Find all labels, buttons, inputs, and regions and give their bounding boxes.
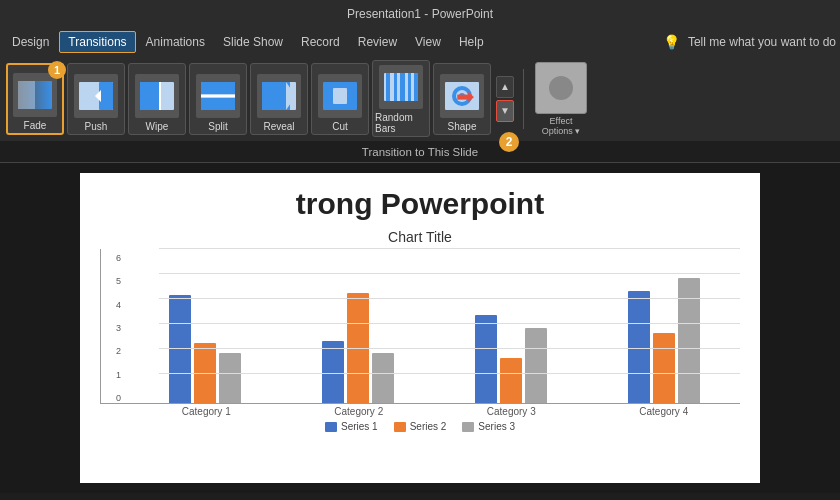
svg-rect-6: [140, 82, 160, 110]
svg-rect-20: [400, 73, 405, 101]
menu-record[interactable]: Record: [293, 32, 348, 52]
svg-rect-18: [386, 73, 390, 101]
transition-section-label: Transition to This Slide: [0, 141, 840, 163]
push-icon: [74, 74, 118, 118]
badge-1: 1: [48, 61, 66, 79]
svg-rect-13: [262, 82, 290, 110]
wipe-icon: [135, 74, 179, 118]
slide-content: trong Powerpoint Chart Title 0 1 2 3 4 5…: [80, 173, 760, 483]
svg-rect-1: [18, 81, 35, 109]
legend-s1: Series 1: [325, 421, 378, 432]
transition-random-bars[interactable]: Random Bars: [372, 60, 430, 137]
chart-legend: Series 1 Series 2 Series 3: [100, 421, 740, 432]
legend-s1-label: Series 1: [341, 421, 378, 432]
cat4-label: Category 4: [639, 406, 688, 417]
grid-2: [159, 348, 740, 349]
grid-1: [159, 373, 740, 374]
svg-rect-3: [99, 82, 113, 110]
menu-animations[interactable]: Animations: [138, 32, 213, 52]
effect-options-box[interactable]: [535, 62, 587, 114]
fade-label: Fade: [24, 120, 47, 131]
search-tell-me[interactable]: Tell me what you want to do: [688, 35, 836, 49]
menu-right: 💡 Tell me what you want to do: [663, 34, 836, 50]
scroll-controls: ▲ ▼ ➡ 2: [496, 76, 514, 122]
grid-6: [159, 248, 740, 249]
chart-wrapper: 0 1 2 3 4 5 6: [100, 249, 740, 469]
scroll-up-btn[interactable]: ▲: [496, 76, 514, 98]
title-text: Presentation1 - PowerPoint: [347, 7, 493, 21]
scroll-down-btn[interactable]: ▼: [496, 100, 514, 122]
grid-3: [159, 323, 740, 324]
legend-s2-color: [394, 422, 406, 432]
arrow-annotation-2: ➡: [456, 84, 474, 110]
slide-area: trong Powerpoint Chart Title 0 1 2 3 4 5…: [0, 163, 840, 493]
wipe-label: Wipe: [146, 121, 169, 132]
legend-s2: Series 2: [394, 421, 447, 432]
legend-s2-label: Series 2: [410, 421, 447, 432]
menu-transitions[interactable]: Transitions: [59, 31, 135, 53]
menu-design[interactable]: Design: [4, 32, 57, 52]
cut-label: Cut: [332, 121, 348, 132]
transition-push[interactable]: Push: [67, 63, 125, 135]
legend-s1-color: [325, 422, 337, 432]
cat2-label: Category 2: [334, 406, 383, 417]
ribbon-separator: [523, 69, 524, 129]
transition-cut[interactable]: Cut: [311, 63, 369, 135]
svg-rect-10: [201, 98, 235, 110]
slide-title: trong Powerpoint: [100, 187, 740, 221]
transition-reveal[interactable]: Reveal: [250, 63, 308, 135]
shape-label: Shape: [448, 121, 477, 132]
legend-s3-color: [462, 422, 474, 432]
reveal-icon: [257, 74, 301, 118]
x-axis: Category 1 Category 2 Category 3 Categor…: [100, 406, 740, 417]
transition-split[interactable]: Split: [189, 63, 247, 135]
svg-rect-19: [394, 73, 397, 101]
svg-rect-9: [201, 82, 235, 94]
menu-help[interactable]: Help: [451, 32, 492, 52]
svg-rect-21: [408, 73, 411, 101]
cat1-label: Category 1: [182, 406, 231, 417]
svg-rect-22: [414, 73, 418, 101]
random-bars-label: Random Bars: [375, 112, 427, 134]
split-label: Split: [208, 121, 227, 132]
reveal-label: Reveal: [263, 121, 294, 132]
fade-icon: [13, 73, 57, 117]
legend-s3-label: Series 3: [478, 421, 515, 432]
menu-review[interactable]: Review: [350, 32, 405, 52]
lightbulb-icon: 💡: [663, 34, 680, 50]
svg-rect-16: [333, 88, 347, 104]
ribbon: 1 Fade Push: [0, 56, 840, 141]
menu-bar: Design Transitions Animations Slide Show…: [0, 28, 840, 56]
grid-4: [159, 298, 740, 299]
svg-point-28: [549, 76, 573, 100]
menu-slideshow[interactable]: Slide Show: [215, 32, 291, 52]
transition-fade[interactable]: 1 Fade: [6, 63, 64, 135]
legend-s3: Series 3: [462, 421, 515, 432]
split-icon: [196, 74, 240, 118]
red-arrow-icon: ➡: [456, 84, 474, 110]
title-bar: Presentation1 - PowerPoint: [0, 0, 840, 28]
chart-title: Chart Title: [100, 229, 740, 245]
grid-lines: [129, 249, 740, 399]
push-label: Push: [85, 121, 108, 132]
transition-wipe[interactable]: Wipe: [128, 63, 186, 135]
effect-options-label: EffectOptions ▾: [542, 116, 581, 136]
grid-5: [159, 273, 740, 274]
cat3-label: Category 3: [487, 406, 536, 417]
cut-icon: [318, 74, 362, 118]
chart-plot: 0 1 2 3 4 5 6: [100, 249, 740, 404]
menu-view[interactable]: View: [407, 32, 449, 52]
badge-2: 2: [499, 132, 519, 152]
y-axis: 0 1 2 3 4 5 6: [101, 253, 125, 403]
effect-options-area: EffectOptions ▾: [535, 62, 587, 136]
random-bars-icon: [379, 65, 423, 109]
